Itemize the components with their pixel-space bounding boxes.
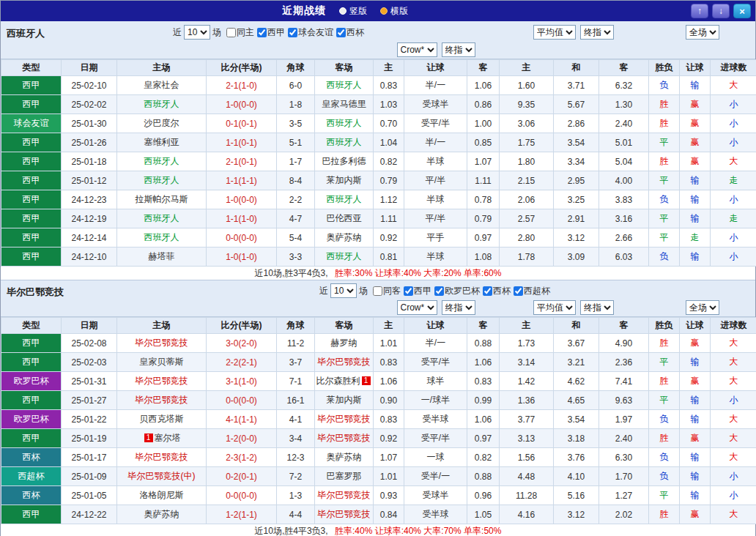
away-team[interactable]: 比尔森胜利1 [315,372,374,391]
team-name[interactable]: 毕尔巴鄂竞技 [7,286,64,299]
col-date: 日期 [62,60,117,76]
team-name[interactable]: 西班牙人 [7,27,45,40]
recent-count-select[interactable]: 10 [184,25,210,40]
home-team[interactable]: 毕尔巴鄂竞技(中) [117,467,207,486]
filter-bar: 近 10 场 同主西甲球会友谊西杯 [173,25,364,40]
result-handicap: 赢 [680,505,711,524]
away-team[interactable]: 西班牙人 [315,133,374,152]
filter-checkbox-西杯[interactable]: 西杯 [336,26,364,39]
away-team[interactable]: 莱加内斯 [315,391,374,410]
home-team[interactable]: 洛格朗尼斯 [117,486,207,505]
layout-radio-vertical[interactable]: 竖版 [339,5,367,18]
home-team[interactable]: 西班牙人 [117,171,207,190]
home-team[interactable]: 毕尔巴鄂竞技 [117,334,207,353]
match-score: 2-3(1-2) [207,448,277,467]
match-date: 25-02-08 [62,334,117,353]
result-win-draw-lose: 负 [649,247,680,267]
recent-count-select[interactable]: 10 [330,283,357,298]
odds-source-select[interactable]: Crow* [397,42,437,57]
filter-checkbox-input[interactable] [288,28,297,37]
odds-home: 1.03 [374,95,404,114]
odds-time-select[interactable]: 终指 [442,300,475,315]
filter-checkbox-球会友谊[interactable]: 球会友谊 [288,26,333,39]
avg-draw: 4.10 [554,467,599,486]
home-team[interactable]: 皇家社会 [117,76,207,95]
away-team[interactable]: 毕尔巴鄂竞技 [315,429,374,448]
avg-away: 3.16 [599,209,649,228]
move-down-button[interactable]: ↓ [712,4,730,18]
filter-checkbox-input[interactable] [336,28,346,37]
home-team[interactable]: 西班牙人 [117,152,207,171]
avg-source-select[interactable]: 平均值 [533,25,576,40]
filter-checkbox-input[interactable] [226,28,236,37]
column-header-row: 类型 日期 主场 比分(半场) 角球 客场 主 让球 客 主 和 客 胜负 让球… [1,60,756,76]
filter-checkbox-西甲[interactable]: 西甲 [404,285,431,297]
home-team[interactable]: 西班牙人 [117,209,207,228]
home-team[interactable]: 1塞尔塔 [117,429,207,448]
away-team[interactable]: 毕尔巴鄂竞技 [315,410,374,429]
away-team[interactable]: 莱加内斯 [315,171,374,190]
home-team[interactable]: 沙巴度尔 [117,114,207,133]
home-team[interactable]: 西班牙人 [117,228,207,247]
away-team[interactable]: 奥萨苏纳 [315,448,374,467]
away-team[interactable]: 毕尔巴鄂竞技 [315,353,374,372]
league-filter-group: 同主西甲球会友谊西杯 [223,26,364,39]
filter-checkbox-同主[interactable]: 同主 [226,26,254,39]
avg-source-select[interactable]: 平均值 [533,300,576,315]
home-team[interactable]: 赫塔菲 [117,247,207,267]
home-team[interactable]: 毕尔巴鄂竞技 [117,372,207,391]
filter-checkbox-input[interactable] [257,28,267,37]
filter-checkbox-input[interactable] [373,286,382,296]
home-team[interactable]: 贝西克塔斯 [117,410,207,429]
avg-home: 2.57 [500,209,554,228]
layout-radio-horizontal[interactable]: 横版 [380,5,408,18]
away-team[interactable]: 巴伦西亚 [315,209,374,228]
home-team[interactable]: 塞维利亚 [117,133,207,152]
filter-checkbox-input[interactable] [514,286,523,296]
home-team[interactable]: 奥萨苏纳 [117,505,207,524]
away-team[interactable]: 赫罗纳 [315,334,374,353]
move-up-button[interactable]: ↑ [691,4,708,18]
avg-time-select[interactable]: 终指 [580,300,614,315]
away-team[interactable]: 西班牙人 [315,190,374,209]
filter-checkbox-西甲[interactable]: 西甲 [257,26,285,39]
filter-checkbox-input[interactable] [434,286,444,296]
avg-time-select[interactable]: 终指 [580,25,614,40]
filter-checkbox-同客[interactable]: 同客 [373,285,401,297]
scope-select[interactable]: 全场 [686,25,719,40]
away-team[interactable]: 毕尔巴鄂竞技 [315,505,374,524]
away-team[interactable]: 西班牙人 [315,76,374,95]
table-row: 欧罗巴杯 25-01-31 毕尔巴鄂竞技 3-1(1-0) 7-1 比尔森胜利1… [1,372,756,391]
home-team[interactable]: 西班牙人 [117,95,207,114]
avg-away: 2.36 [599,353,649,372]
match-score: 1-1(1-1) [207,171,277,190]
match-score: 2-1(0-1) [207,152,277,171]
odds-time-select[interactable]: 终指 [442,42,475,57]
odds-source-select[interactable]: Crow* [397,300,437,315]
scope-select[interactable]: 全场 [686,300,719,315]
result-win-draw-lose: 平 [649,486,680,505]
match-score: 1-1(1-0) [207,209,277,228]
away-team[interactable]: 巴拉多利德 [315,152,374,171]
col-away: 客场 [315,60,374,76]
col-result-wdl: 胜负 [649,318,680,334]
odds-handicap: 受半球 [404,505,467,524]
col-avg-draw: 和 [554,60,599,76]
home-team[interactable]: 皇家贝蒂斯 [117,353,207,372]
home-team[interactable]: 毕尔巴鄂竞技 [117,448,207,467]
filter-checkbox-欧罗巴杯[interactable]: 欧罗巴杯 [434,285,480,297]
away-team[interactable]: 奥萨苏纳 [315,228,374,247]
home-team[interactable]: 拉斯帕尔马斯 [117,190,207,209]
filter-checkbox-input[interactable] [404,286,413,296]
away-team[interactable]: 巴塞罗那 [315,467,374,486]
filter-checkbox-西杯[interactable]: 西杯 [483,285,511,297]
home-team[interactable]: 毕尔巴鄂竞技 [117,391,207,410]
away-team[interactable]: 皇家马德里 [315,95,374,114]
filter-checkbox-西超杯[interactable]: 西超杯 [514,285,550,297]
away-team[interactable]: 毕尔巴鄂竞技 [315,486,374,505]
away-team[interactable]: 西班牙人 [315,247,374,267]
filter-checkbox-input[interactable] [483,286,492,296]
avg-away: 3.83 [599,190,649,209]
away-team[interactable]: 西班牙人 [315,114,374,133]
close-button[interactable]: × [733,4,751,18]
